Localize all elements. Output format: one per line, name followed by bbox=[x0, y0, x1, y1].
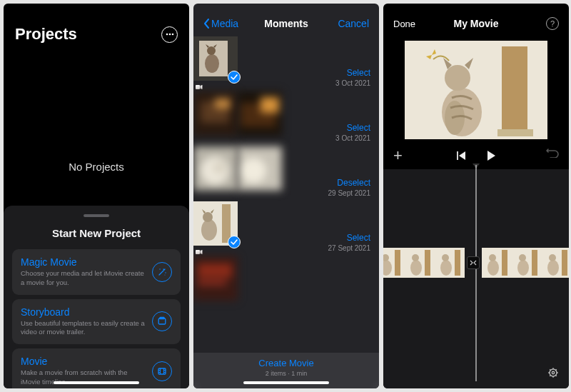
magic-movie-option[interactable]: Magic Movie Choose your media and let iM… bbox=[12, 249, 181, 295]
media-picker-screen: Media Moments Cancel Select 3 Oct 2021 S… bbox=[193, 4, 379, 388]
moment-date: 27 Sept 2021 bbox=[328, 244, 371, 252]
moment-row[interactable]: Select 27 Sept 2021 bbox=[193, 201, 379, 256]
sheet-grabber[interactable] bbox=[84, 214, 109, 217]
svg-point-4 bbox=[165, 272, 166, 273]
timeline[interactable] bbox=[383, 169, 569, 388]
magic-wand-icon bbox=[152, 262, 172, 282]
svg-rect-22 bbox=[215, 99, 231, 109]
moment-meta[interactable]: Select 27 Sept 2021 bbox=[328, 233, 371, 252]
svg-line-78 bbox=[556, 369, 557, 370]
svg-point-65 bbox=[519, 254, 526, 261]
ellipsis-icon bbox=[166, 33, 174, 36]
play-button[interactable] bbox=[486, 150, 496, 161]
svg-rect-8 bbox=[158, 368, 166, 374]
svg-point-3 bbox=[159, 268, 160, 269]
svg-rect-38 bbox=[198, 281, 226, 285]
moment-date: 29 Sept 2021 bbox=[328, 189, 371, 197]
svg-point-52 bbox=[410, 260, 422, 276]
media-thumbnail[interactable] bbox=[193, 256, 238, 301]
gear-icon bbox=[547, 367, 559, 378]
svg-point-34 bbox=[203, 212, 213, 222]
select-action: Select bbox=[335, 123, 370, 133]
svg-point-68 bbox=[547, 260, 559, 276]
clip-frame bbox=[405, 248, 435, 278]
video-badge-icon bbox=[196, 85, 203, 89]
svg-rect-35 bbox=[196, 250, 200, 254]
option-desc: Make a movie from scratch with the iMovi… bbox=[21, 368, 145, 387]
moment-date: 3 Oct 2021 bbox=[335, 79, 370, 87]
media-thumbnail[interactable] bbox=[193, 146, 238, 191]
svg-rect-19 bbox=[196, 85, 200, 89]
projects-title: Projects bbox=[15, 25, 77, 44]
svg-point-69 bbox=[549, 254, 556, 261]
storyboard-option[interactable]: Storyboard Use beautiful templates to ea… bbox=[12, 299, 181, 345]
moments-list[interactable]: Select 3 Oct 2021 Select 3 Oct 2021 Dese… bbox=[193, 36, 379, 361]
option-title: Movie bbox=[21, 356, 145, 367]
svg-point-1 bbox=[168, 34, 171, 36]
cancel-button[interactable]: Cancel bbox=[338, 18, 369, 29]
back-label: Media bbox=[211, 18, 238, 29]
preview-frame bbox=[405, 41, 547, 139]
svg-point-56 bbox=[440, 260, 452, 276]
svg-rect-36 bbox=[193, 256, 238, 301]
option-title: Storyboard bbox=[21, 306, 145, 318]
svg-rect-51 bbox=[425, 250, 430, 276]
svg-rect-55 bbox=[455, 250, 460, 276]
moment-meta[interactable]: Select 3 Oct 2021 bbox=[335, 123, 370, 142]
media-thumbnail[interactable] bbox=[193, 91, 238, 136]
svg-point-18 bbox=[207, 46, 216, 55]
no-projects-label: No Projects bbox=[4, 161, 189, 173]
home-indicator[interactable] bbox=[54, 381, 139, 384]
svg-point-17 bbox=[205, 54, 219, 73]
back-button[interactable]: Media bbox=[203, 18, 238, 29]
clip-frame bbox=[383, 248, 405, 278]
more-options-button[interactable] bbox=[161, 26, 178, 43]
media-thumbnail[interactable] bbox=[238, 91, 282, 136]
option-title: Magic Movie bbox=[21, 256, 145, 268]
svg-line-76 bbox=[550, 369, 550, 370]
select-action: Deselect bbox=[328, 178, 371, 188]
svg-rect-63 bbox=[532, 250, 537, 276]
settings-button[interactable] bbox=[547, 367, 559, 378]
svg-point-57 bbox=[442, 254, 449, 261]
moment-meta[interactable]: Select 3 Oct 2021 bbox=[335, 68, 370, 87]
help-button[interactable]: ? bbox=[546, 17, 559, 30]
sheet-title: Start New Project bbox=[11, 227, 182, 239]
selected-checkmark-icon bbox=[228, 71, 241, 84]
svg-rect-67 bbox=[562, 250, 567, 276]
selected-checkmark-icon bbox=[228, 236, 241, 248]
svg-point-30 bbox=[241, 158, 266, 184]
svg-point-45 bbox=[445, 65, 470, 91]
moment-row[interactable]: Select 3 Oct 2021 bbox=[193, 36, 379, 91]
svg-point-71 bbox=[552, 371, 554, 373]
undo-button[interactable] bbox=[546, 148, 559, 158]
editor-screen: Done My Movie ? + bbox=[383, 4, 569, 388]
create-movie-label: Create Movie bbox=[193, 358, 379, 368]
media-thumbnail[interactable] bbox=[238, 146, 282, 191]
home-indicator[interactable] bbox=[243, 381, 329, 384]
clip-frame bbox=[512, 248, 542, 278]
svg-point-53 bbox=[412, 254, 419, 261]
timeline-clip[interactable] bbox=[383, 248, 569, 278]
clip-frame bbox=[435, 248, 465, 278]
moment-meta[interactable]: Deselect 29 Sept 2021 bbox=[328, 178, 371, 197]
svg-rect-25 bbox=[261, 97, 279, 113]
moment-row[interactable]: Deselect 29 Sept 2021 bbox=[193, 146, 379, 201]
moment-row[interactable]: Select 3 Oct 2021 bbox=[193, 91, 379, 146]
svg-line-77 bbox=[556, 376, 557, 376]
option-desc: Use beautiful templates to easily create… bbox=[21, 319, 145, 338]
transition-button[interactable] bbox=[467, 256, 480, 269]
moment-row[interactable] bbox=[193, 256, 379, 301]
projects-screen: Projects No Projects Start New Project M… bbox=[4, 4, 189, 388]
select-action: Select bbox=[328, 233, 371, 243]
video-badge-icon bbox=[196, 250, 203, 254]
svg-point-5 bbox=[165, 274, 166, 275]
done-button[interactable]: Done bbox=[393, 19, 415, 29]
projects-header: Projects bbox=[4, 4, 189, 51]
option-desc: Choose your media and let iMovie create … bbox=[21, 269, 145, 288]
new-project-sheet: Start New Project Magic Movie Choose you… bbox=[4, 206, 189, 388]
svg-point-60 bbox=[487, 260, 499, 276]
rewind-button[interactable] bbox=[456, 151, 468, 161]
select-action: Select bbox=[335, 68, 370, 78]
svg-point-28 bbox=[213, 162, 225, 174]
